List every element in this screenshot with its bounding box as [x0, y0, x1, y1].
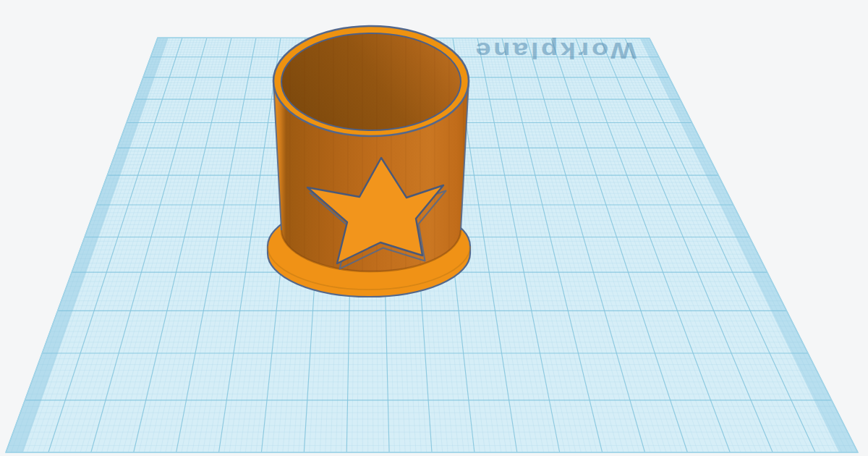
workplane-label: Workplane: [473, 38, 637, 64]
viewport-3d[interactable]: Workplane: [0, 0, 868, 456]
cup-interior-facets: [281, 33, 461, 130]
model-star-cup[interactable]: [268, 26, 470, 297]
scene-canvas: Workplane: [0, 0, 868, 456]
